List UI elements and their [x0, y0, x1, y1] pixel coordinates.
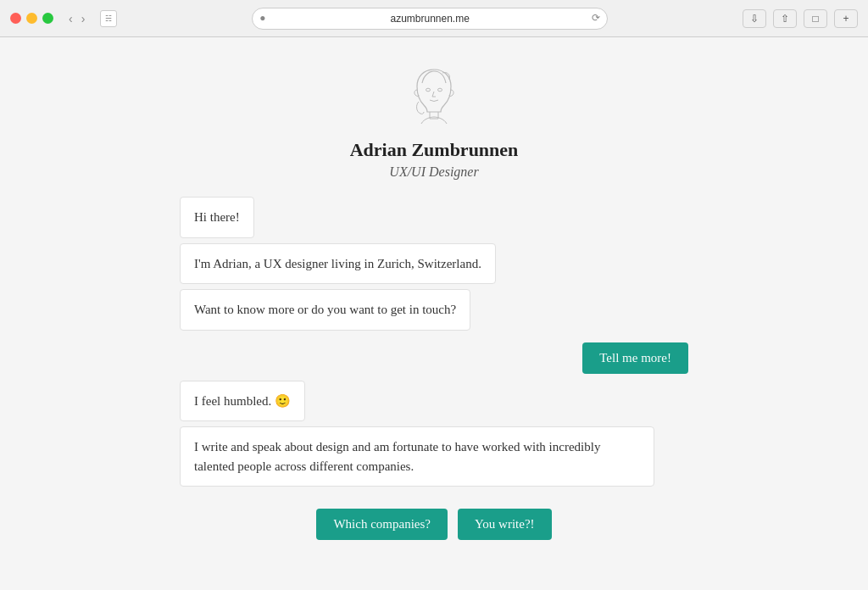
maximize-button[interactable]	[42, 13, 53, 24]
svg-point-1	[438, 88, 442, 92]
tab-icon: ☵	[100, 10, 117, 27]
message-3: Want to know more or do you want to get …	[180, 289, 470, 331]
message-1: Hi there!	[180, 197, 254, 238]
you-write-button[interactable]: You write?!	[458, 509, 552, 540]
profile-title: UX/UI Designer	[389, 164, 478, 180]
message-2: I'm Adrian, a UX designer living in Zuri…	[180, 243, 496, 285]
profile-name: Adrian Zumbrunnen	[350, 139, 519, 161]
minimize-button[interactable]	[26, 13, 37, 24]
window-controls	[10, 13, 53, 24]
back-button[interactable]: ‹	[65, 10, 76, 27]
avatar	[400, 63, 468, 131]
tab-bar: ☵	[100, 10, 117, 27]
lock-icon: ●	[259, 12, 265, 25]
address-bar-container: ● azumbrunnen.me ⟳	[124, 8, 736, 30]
download-button[interactable]: ⇩	[743, 9, 766, 28]
forward-button[interactable]: ›	[78, 10, 89, 27]
close-button[interactable]	[10, 13, 21, 24]
message-4: I feel humbled. 🙂	[180, 381, 305, 422]
profile-section: Adrian Zumbrunnen UX/UI Designer	[350, 63, 519, 180]
which-companies-button[interactable]: Which companies?	[316, 509, 448, 540]
tell-more-button[interactable]: Tell me more!	[582, 342, 688, 374]
avatar-svg	[400, 63, 468, 131]
browser-chrome: ‹ › ☵ ● azumbrunnen.me ⟳ ⇩ ⇧ □ +	[0, 0, 868, 37]
new-tab-button[interactable]: +	[834, 9, 858, 28]
message-5: I write and speak about design and am fo…	[180, 426, 654, 487]
bottom-button-row: Which companies? You write?!	[180, 509, 688, 540]
address-bar[interactable]: ● azumbrunnen.me ⟳	[252, 8, 608, 30]
chat-container: Hi there! I'm Adrian, a UX designer livi…	[180, 197, 688, 540]
tell-more-button-row: Tell me more!	[180, 342, 688, 374]
refresh-icon[interactable]: ⟳	[592, 12, 600, 25]
sidebar-button[interactable]: □	[804, 9, 827, 28]
toolbar-right: ⇩ ⇧ □ +	[743, 9, 858, 28]
page-content: Adrian Zumbrunnen UX/UI Designer Hi ther…	[0, 37, 868, 590]
share-button[interactable]: ⇧	[773, 9, 797, 28]
svg-point-0	[426, 88, 431, 92]
nav-buttons: ‹ ›	[65, 10, 88, 27]
url-text: azumbrunnen.me	[390, 13, 469, 25]
